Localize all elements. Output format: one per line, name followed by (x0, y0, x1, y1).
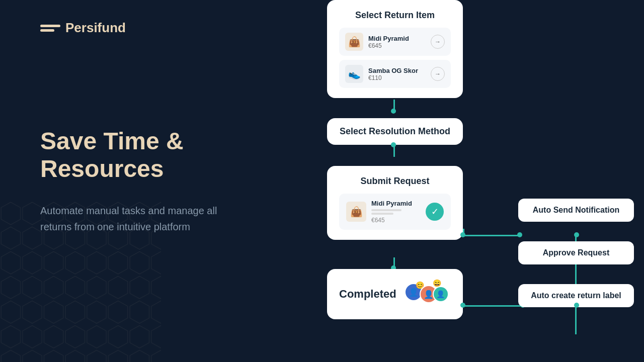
item-info-2: 👟 Samba OG Skor €110 (345, 65, 418, 83)
submit-line-1 (371, 209, 401, 211)
item-arrow-1[interactable]: → (431, 35, 445, 49)
submit-preview: 👜 Midi Pyramid €645 ✓ (339, 194, 451, 230)
connector-dot-1 (391, 109, 396, 114)
avatar-group: 👤 😊 👤 😄 👤 (405, 279, 451, 309)
submit-item-left: 👜 Midi Pyramid €645 (346, 200, 412, 224)
approve-box: Approve Request (518, 241, 634, 264)
item-arrow-2[interactable]: → (431, 67, 445, 81)
item-thumb-2: 👟 (345, 65, 363, 83)
avatar-3: 👤 (433, 286, 449, 302)
select-return-title: Select Return Item (339, 10, 451, 21)
completed-card: Completed 👤 😊 👤 😄 👤 (327, 269, 463, 319)
dot-auto-send (574, 232, 579, 237)
completed-title: Completed (339, 288, 396, 301)
item-details-1: Midi Pyramid €645 (368, 35, 409, 49)
item-info-1: 👜 Midi Pyramid €645 (345, 33, 409, 51)
h-connector-dot-right (517, 232, 522, 237)
submit-item-name: Midi Pyramid (371, 200, 412, 207)
h-connector-line (462, 235, 520, 236)
submit-title: Submit Request (339, 176, 451, 187)
submit-line-2 (371, 213, 393, 215)
resolution-card: Select Resolution Method (327, 118, 463, 145)
h-connector-completed (463, 305, 523, 307)
submit-lines (371, 209, 412, 215)
dot-return-label (574, 303, 579, 308)
item-price-1: €645 (368, 42, 409, 49)
select-return-card: Select Return Item 👜 Midi Pyramid €645 →… (327, 0, 463, 98)
check-icon: ✓ (426, 203, 444, 221)
auto-send-title: Auto Send Notification (530, 206, 622, 215)
resolution-title: Select Resolution Method (339, 126, 451, 137)
submit-item-info: Midi Pyramid €645 (371, 200, 412, 224)
submit-thumb: 👜 (346, 202, 366, 222)
page-title: Save Time & Resources (40, 127, 302, 183)
approve-title: Approve Request (530, 248, 622, 257)
connector-2 (393, 146, 395, 157)
item-price-2: €110 (368, 74, 418, 81)
item-details-2: Samba OG Skor €110 (368, 67, 418, 81)
item-name-1: Midi Pyramid (368, 35, 409, 42)
right-panel: Select Return Item 👜 Midi Pyramid €645 →… (312, 0, 644, 362)
return-label-title: Auto create return label (530, 291, 622, 300)
list-item[interactable]: 👜 Midi Pyramid €645 → (339, 28, 451, 56)
h-connector-dot-completed-left (460, 303, 465, 308)
submit-price: €645 (371, 217, 412, 224)
subtext: Automate manual tasks and manage all ret… (40, 203, 231, 235)
left-panel: Save Time & Resources Automate manual ta… (40, 0, 302, 362)
item-name-2: Samba OG Skor (368, 67, 418, 74)
auto-send-box: Auto Send Notification (518, 199, 634, 222)
list-item[interactable]: 👟 Samba OG Skor €110 → (339, 60, 451, 88)
item-thumb-1: 👜 (345, 33, 363, 51)
submit-card: Submit Request 👜 Midi Pyramid €645 ✓ (327, 166, 463, 240)
connector-1 (393, 100, 395, 110)
